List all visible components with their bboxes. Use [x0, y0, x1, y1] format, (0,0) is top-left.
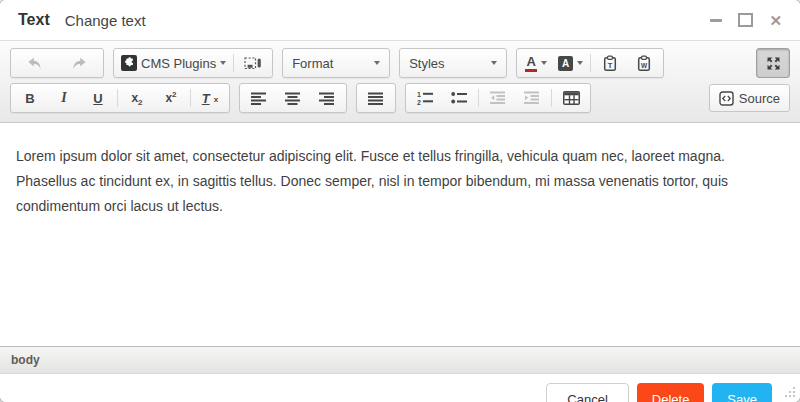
dialog-footer: Cancel Delete Save	[0, 374, 800, 402]
justify-icon	[368, 92, 384, 105]
outdent-button[interactable]	[481, 86, 515, 110]
justify-group	[356, 83, 396, 113]
close-icon[interactable]: ✕	[769, 13, 782, 28]
remove-format-button[interactable]: Tx	[193, 86, 227, 110]
paste-word-icon: W	[637, 55, 651, 72]
underline-icon: U	[93, 91, 102, 106]
separator	[478, 89, 479, 107]
separator	[233, 54, 234, 72]
chevron-down-icon	[220, 61, 226, 65]
basic-styles-group: B I U x2 x2 Tx	[10, 83, 230, 113]
show-blocks-button[interactable]	[236, 51, 270, 75]
numbered-list-icon: 1 2	[417, 91, 434, 105]
save-button[interactable]: Save	[712, 383, 772, 402]
undo-icon	[27, 56, 43, 71]
align-left-button[interactable]	[242, 86, 276, 110]
element-path-bar: body	[0, 346, 800, 374]
redo-button[interactable]	[57, 51, 101, 75]
outdent-icon	[490, 91, 506, 105]
alignment-group	[239, 83, 347, 113]
indent-button[interactable]	[515, 86, 549, 110]
cms-plugins-dropdown[interactable]: CMS Plugins	[116, 51, 231, 75]
dialog-title: Text	[18, 11, 50, 29]
underline-button[interactable]: U	[81, 86, 115, 110]
svg-text:W: W	[641, 61, 648, 68]
svg-text:T: T	[608, 60, 613, 69]
indent-icon	[524, 91, 540, 105]
cancel-button[interactable]: Cancel	[546, 383, 628, 402]
dialog-subtitle: Change text	[65, 12, 146, 29]
bullet-list-button[interactable]	[442, 86, 476, 110]
delete-button[interactable]: Delete	[637, 383, 705, 402]
colors-paste-group: A A T	[516, 48, 664, 78]
source-label: Source	[739, 91, 780, 106]
svg-text:2: 2	[417, 99, 421, 106]
separator	[551, 89, 552, 107]
paste-text-icon: T	[603, 55, 617, 72]
resize-grip-dots	[785, 387, 787, 389]
bold-icon: B	[25, 91, 34, 106]
chevron-down-icon	[374, 61, 380, 65]
table-icon	[563, 91, 580, 105]
separator	[190, 89, 191, 107]
editor-toolbar: CMS Plugins Format Styles	[0, 41, 800, 123]
resize-grip[interactable]	[785, 387, 796, 398]
editor-paragraph[interactable]: Lorem ipsum dolor sit amet, consectetur …	[16, 144, 784, 219]
maximize-editor-button[interactable]	[756, 48, 790, 78]
dialog-titlebar: Text Change text ✕	[0, 0, 800, 41]
italic-button[interactable]: I	[47, 86, 81, 110]
align-left-icon	[251, 92, 267, 105]
window-controls: ✕	[710, 13, 782, 28]
background-color-button[interactable]: A	[553, 51, 588, 75]
remove-format-icon: T	[202, 91, 210, 106]
justify-button[interactable]	[359, 86, 393, 110]
bullet-list-icon	[451, 91, 468, 105]
redo-icon	[71, 56, 87, 71]
italic-icon: I	[61, 90, 66, 106]
subscript-icon: x2	[131, 91, 142, 105]
svg-text:1: 1	[417, 91, 421, 98]
format-dropdown[interactable]: Format	[282, 48, 390, 78]
format-label: Format	[292, 56, 333, 71]
styles-dropdown[interactable]: Styles	[399, 48, 507, 78]
cms-plugins-group: CMS Plugins	[113, 48, 273, 78]
show-blocks-icon	[244, 56, 262, 71]
element-path-body[interactable]: body	[11, 353, 40, 367]
chevron-down-icon	[577, 61, 583, 65]
paste-as-text-button[interactable]: T	[593, 51, 627, 75]
align-center-button[interactable]	[276, 86, 310, 110]
source-icon	[719, 91, 734, 106]
text-color-button[interactable]: A	[519, 51, 553, 75]
minimize-icon[interactable]	[710, 19, 722, 22]
undo-redo-group	[10, 48, 104, 78]
maximize-icon	[766, 56, 781, 71]
chevron-down-icon	[491, 61, 497, 65]
cms-plugins-label: CMS Plugins	[141, 56, 216, 71]
table-button[interactable]	[554, 86, 588, 110]
source-button[interactable]: Source	[709, 84, 790, 112]
separator	[117, 89, 118, 107]
numbered-list-button[interactable]: 1 2	[408, 86, 442, 110]
maximize-window-icon[interactable]	[738, 13, 753, 27]
background-color-icon: A	[558, 56, 573, 71]
styles-label: Styles	[409, 56, 444, 71]
align-center-icon	[285, 92, 301, 105]
text-plugin-dialog: Text Change text ✕	[0, 0, 800, 402]
superscript-icon: x2	[165, 91, 176, 105]
toolbar-row-2: B I U x2 x2 Tx	[10, 83, 790, 113]
paste-from-word-button[interactable]: W	[627, 51, 661, 75]
chevron-down-icon	[541, 61, 547, 65]
toolbar-row-1: CMS Plugins Format Styles	[10, 48, 790, 78]
undo-button[interactable]	[13, 51, 57, 75]
bold-button[interactable]: B	[13, 86, 47, 110]
superscript-button[interactable]: x2	[154, 86, 188, 110]
align-right-icon	[319, 92, 335, 105]
align-right-button[interactable]	[310, 86, 344, 110]
subscript-button[interactable]: x2	[120, 86, 154, 110]
separator	[590, 54, 591, 72]
editor-content-area[interactable]: Lorem ipsum dolor sit amet, consectetur …	[0, 123, 800, 346]
list-indent-table-group: 1 2	[405, 83, 591, 113]
text-color-icon: A	[525, 55, 536, 72]
puzzle-icon	[121, 55, 137, 71]
